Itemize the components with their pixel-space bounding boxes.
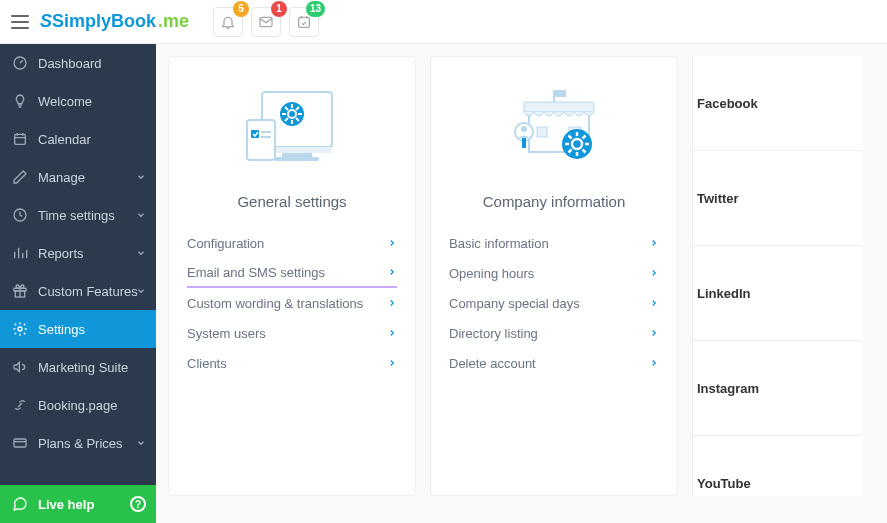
sidebar-item-marketing-suite[interactable]: Marketing Suite xyxy=(0,348,156,386)
chevron-right-icon xyxy=(387,238,397,248)
sidebar-item-label: Manage xyxy=(38,170,85,185)
sidebar-item-plans-prices[interactable]: Plans & Prices xyxy=(0,424,156,462)
svg-rect-4 xyxy=(299,17,310,27)
social-twitter[interactable]: Twitter xyxy=(693,151,862,246)
general-settings-card: General settings ConfigurationEmail and … xyxy=(168,56,416,496)
general-link-system-users[interactable]: System users xyxy=(187,318,397,348)
company-link-opening-hours[interactable]: Opening hours xyxy=(449,258,659,288)
general-link-clients[interactable]: Clients xyxy=(187,348,397,378)
link-icon xyxy=(12,397,28,413)
sidebar-item-manage[interactable]: Manage xyxy=(0,158,156,196)
chevron-right-icon xyxy=(649,298,659,308)
link-label: Company special days xyxy=(449,296,580,311)
chevron-down-icon xyxy=(136,210,146,220)
megaphone-icon xyxy=(12,359,28,375)
bars-icon xyxy=(12,245,28,261)
messages-button[interactable]: 1 xyxy=(251,7,281,37)
svg-rect-6 xyxy=(15,134,26,144)
general-settings-illustration xyxy=(169,77,415,177)
link-label: Delete account xyxy=(449,356,536,371)
chevron-down-icon xyxy=(136,438,146,448)
chevron-down-icon xyxy=(136,172,146,182)
messages-badge: 1 xyxy=(271,1,287,17)
link-label: Custom wording & translations xyxy=(187,296,363,311)
link-label: Basic information xyxy=(449,236,549,251)
sidebar-item-label: Plans & Prices xyxy=(38,436,123,451)
link-label: Email and SMS settings xyxy=(187,265,325,280)
svg-rect-31 xyxy=(524,102,594,112)
company-info-illustration xyxy=(431,77,677,177)
general-settings-title: General settings xyxy=(169,193,415,210)
sidebar: DashboardWelcomeCalendarManageTime setti… xyxy=(0,44,156,523)
live-help-label: Live help xyxy=(38,497,94,512)
social-panel: FacebookTwitterLinkedInInstagramYouTube xyxy=(692,56,862,496)
social-linkedin[interactable]: LinkedIn xyxy=(693,246,862,341)
live-help-button[interactable]: Live help ? xyxy=(0,485,156,523)
sidebar-item-reports[interactable]: Reports xyxy=(0,234,156,272)
help-icon: ? xyxy=(130,496,146,512)
chevron-down-icon xyxy=(136,248,146,258)
sidebar-item-label: Welcome xyxy=(38,94,92,109)
mail-icon xyxy=(258,14,274,30)
sidebar-item-calendar[interactable]: Calendar xyxy=(0,120,156,158)
link-label: Configuration xyxy=(187,236,264,251)
svg-rect-16 xyxy=(247,120,275,160)
sidebar-item-welcome[interactable]: Welcome xyxy=(0,82,156,120)
chevron-right-icon xyxy=(649,238,659,248)
gauge-icon xyxy=(12,55,28,71)
calendar-icon xyxy=(12,131,28,147)
general-link-custom-wording-translations[interactable]: Custom wording & translations xyxy=(187,288,397,318)
sidebar-item-dashboard[interactable]: Dashboard xyxy=(0,44,156,82)
company-info-card: Company information Basic informationOpe… xyxy=(430,56,678,496)
chevron-right-icon xyxy=(649,328,659,338)
svg-rect-15 xyxy=(275,157,319,161)
sidebar-item-settings[interactable]: Settings xyxy=(0,310,156,348)
chevron-right-icon xyxy=(387,267,397,277)
sidebar-item-label: Settings xyxy=(38,322,85,337)
svg-rect-14 xyxy=(282,153,312,157)
company-link-basic-information[interactable]: Basic information xyxy=(449,228,659,258)
general-link-configuration[interactable]: Configuration xyxy=(187,228,397,258)
social-instagram[interactable]: Instagram xyxy=(693,341,862,436)
gear-icon xyxy=(12,321,28,337)
sidebar-item-booking-page[interactable]: Booking.page xyxy=(0,386,156,424)
chevron-right-icon xyxy=(649,358,659,368)
sidebar-item-time-settings[interactable]: Time settings xyxy=(0,196,156,234)
sidebar-item-label: Reports xyxy=(38,246,84,261)
chevron-right-icon xyxy=(387,358,397,368)
svg-rect-34 xyxy=(537,127,547,137)
sidebar-item-label: Time settings xyxy=(38,208,115,223)
tasks-button[interactable]: 13 xyxy=(289,7,319,37)
chevron-down-icon xyxy=(136,286,146,296)
notifications-badge: 5 xyxy=(233,1,249,17)
hamburger-menu[interactable] xyxy=(8,10,32,34)
brand-logo[interactable]: SSimplyBook.me xyxy=(40,11,189,32)
link-label: Opening hours xyxy=(449,266,534,281)
general-link-email-and-sms-settings[interactable]: Email and SMS settings xyxy=(187,258,397,288)
sidebar-item-label: Calendar xyxy=(38,132,91,147)
company-link-company-special-days[interactable]: Company special days xyxy=(449,288,659,318)
clock-icon xyxy=(12,207,28,223)
sidebar-item-label: Booking.page xyxy=(38,398,118,413)
link-label: System users xyxy=(187,326,266,341)
social-youtube[interactable]: YouTube xyxy=(693,436,862,523)
chevron-right-icon xyxy=(387,298,397,308)
company-link-directory-listing[interactable]: Directory listing xyxy=(449,318,659,348)
svg-point-10 xyxy=(18,327,22,331)
social-facebook[interactable]: Facebook xyxy=(693,56,862,151)
svg-rect-38 xyxy=(522,138,526,148)
chat-icon xyxy=(12,496,28,512)
bulb-icon xyxy=(12,93,28,109)
notifications-button[interactable]: 5 xyxy=(213,7,243,37)
company-link-delete-account[interactable]: Delete account xyxy=(449,348,659,378)
sidebar-item-label: Custom Features xyxy=(38,284,138,299)
chevron-right-icon xyxy=(387,328,397,338)
svg-rect-11 xyxy=(14,439,26,447)
svg-rect-33 xyxy=(554,90,566,97)
chevron-right-icon xyxy=(649,268,659,278)
link-label: Directory listing xyxy=(449,326,538,341)
card-icon xyxy=(12,435,28,451)
pencil-icon xyxy=(12,169,28,185)
link-label: Clients xyxy=(187,356,227,371)
sidebar-item-custom-features[interactable]: Custom Features xyxy=(0,272,156,310)
